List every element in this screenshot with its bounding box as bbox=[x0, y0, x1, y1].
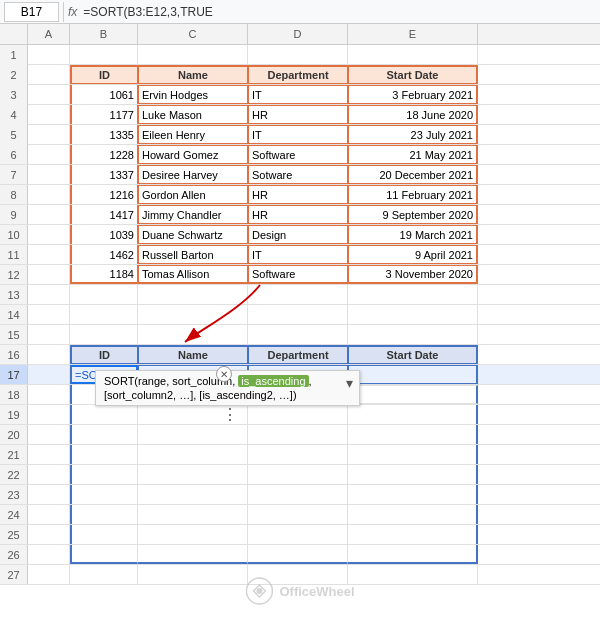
cell-e22[interactable] bbox=[348, 465, 478, 484]
cell-c10[interactable]: Duane Schwartz bbox=[138, 225, 248, 244]
close-button[interactable]: ✕ bbox=[216, 366, 232, 382]
cell-a1[interactable] bbox=[28, 45, 70, 64]
cell-c14[interactable] bbox=[138, 305, 248, 324]
cell-e16[interactable]: Start Date bbox=[348, 345, 478, 364]
cell-c9[interactable]: Jimmy Chandler bbox=[138, 205, 248, 224]
cell-b19[interactable] bbox=[70, 405, 138, 424]
cell-e3[interactable]: 3 February 2021 bbox=[348, 85, 478, 104]
cell-b16[interactable]: ID bbox=[70, 345, 138, 364]
cell-a23[interactable] bbox=[28, 485, 70, 504]
cell-d1[interactable] bbox=[248, 45, 348, 64]
cell-e27[interactable] bbox=[348, 565, 478, 584]
cell-d14[interactable] bbox=[248, 305, 348, 324]
cell-a27[interactable] bbox=[28, 565, 70, 584]
cell-a17[interactable] bbox=[28, 365, 70, 384]
tooltip-dropdown-icon[interactable]: ▾ bbox=[346, 375, 353, 391]
cell-e15[interactable] bbox=[348, 325, 478, 344]
cell-d8[interactable]: HR bbox=[248, 185, 348, 204]
cell-c27[interactable] bbox=[138, 565, 248, 584]
cell-c7[interactable]: Desiree Harvey bbox=[138, 165, 248, 184]
cell-e9[interactable]: 9 September 2020 bbox=[348, 205, 478, 224]
cell-e7[interactable]: 20 December 2021 bbox=[348, 165, 478, 184]
context-menu-dots[interactable]: ⋮ bbox=[222, 405, 238, 424]
cell-e17[interactable] bbox=[348, 365, 478, 384]
cell-a18[interactable] bbox=[28, 385, 70, 404]
cell-d26[interactable] bbox=[248, 545, 348, 564]
cell-b20[interactable] bbox=[70, 425, 138, 444]
cell-b15[interactable] bbox=[70, 325, 138, 344]
cell-c15[interactable] bbox=[138, 325, 248, 344]
cell-d25[interactable] bbox=[248, 525, 348, 544]
cell-b5[interactable]: 1335 bbox=[70, 125, 138, 144]
cell-c6[interactable]: Howard Gomez bbox=[138, 145, 248, 164]
cell-e24[interactable] bbox=[348, 505, 478, 524]
cell-b1[interactable] bbox=[70, 45, 138, 64]
cell-a7[interactable] bbox=[28, 165, 70, 184]
cell-c11[interactable]: Russell Barton bbox=[138, 245, 248, 264]
cell-c24[interactable] bbox=[138, 505, 248, 524]
cell-a22[interactable] bbox=[28, 465, 70, 484]
cell-e26[interactable] bbox=[348, 545, 478, 564]
cell-c2[interactable]: Name bbox=[138, 65, 248, 84]
cell-e20[interactable] bbox=[348, 425, 478, 444]
cell-b3[interactable]: 1061 bbox=[70, 85, 138, 104]
cell-d6[interactable]: Software bbox=[248, 145, 348, 164]
cell-e1[interactable] bbox=[348, 45, 478, 64]
cell-a8[interactable] bbox=[28, 185, 70, 204]
cell-b24[interactable] bbox=[70, 505, 138, 524]
cell-d21[interactable] bbox=[248, 445, 348, 464]
cell-d2[interactable]: Department bbox=[248, 65, 348, 84]
cell-b11[interactable]: 1462 bbox=[70, 245, 138, 264]
cell-a25[interactable] bbox=[28, 525, 70, 544]
cell-e11[interactable]: 9 April 2021 bbox=[348, 245, 478, 264]
cell-b13[interactable] bbox=[70, 285, 138, 304]
cell-b26[interactable] bbox=[70, 545, 138, 564]
cell-a13[interactable] bbox=[28, 285, 70, 304]
cell-a9[interactable] bbox=[28, 205, 70, 224]
cell-c25[interactable] bbox=[138, 525, 248, 544]
cell-a12[interactable] bbox=[28, 265, 70, 284]
cell-a5[interactable] bbox=[28, 125, 70, 144]
cell-d19[interactable] bbox=[248, 405, 348, 424]
cell-d23[interactable] bbox=[248, 485, 348, 504]
cell-c3[interactable]: Ervin Hodges bbox=[138, 85, 248, 104]
cell-d20[interactable] bbox=[248, 425, 348, 444]
cell-c4[interactable]: Luke Mason bbox=[138, 105, 248, 124]
cell-a3[interactable] bbox=[28, 85, 70, 104]
cell-b2[interactable]: ID bbox=[70, 65, 138, 84]
cell-b8[interactable]: 1216 bbox=[70, 185, 138, 204]
cell-d15[interactable] bbox=[248, 325, 348, 344]
cell-a20[interactable] bbox=[28, 425, 70, 444]
cell-d9[interactable]: HR bbox=[248, 205, 348, 224]
cell-a2[interactable] bbox=[28, 65, 70, 84]
cell-d10[interactable]: Design bbox=[248, 225, 348, 244]
col-header-c[interactable]: C bbox=[138, 24, 248, 44]
cell-c12[interactable]: Tomas Allison bbox=[138, 265, 248, 284]
cell-b6[interactable]: 1228 bbox=[70, 145, 138, 164]
cell-c21[interactable] bbox=[138, 445, 248, 464]
col-header-a[interactable]: A bbox=[28, 24, 70, 44]
cell-d24[interactable] bbox=[248, 505, 348, 524]
cell-c5[interactable]: Eileen Henry bbox=[138, 125, 248, 144]
cell-d4[interactable]: HR bbox=[248, 105, 348, 124]
cell-d13[interactable] bbox=[248, 285, 348, 304]
cell-d12[interactable]: Software bbox=[248, 265, 348, 284]
cell-c26[interactable] bbox=[138, 545, 248, 564]
cell-e6[interactable]: 21 May 2021 bbox=[348, 145, 478, 164]
cell-b12[interactable]: 1184 bbox=[70, 265, 138, 284]
cell-a14[interactable] bbox=[28, 305, 70, 324]
cell-c13[interactable] bbox=[138, 285, 248, 304]
col-header-e[interactable]: E bbox=[348, 24, 478, 44]
cell-b27[interactable] bbox=[70, 565, 138, 584]
cell-d3[interactable]: IT bbox=[248, 85, 348, 104]
cell-e19[interactable] bbox=[348, 405, 478, 424]
cell-d7[interactable]: Sotware bbox=[248, 165, 348, 184]
cell-c8[interactable]: Gordon Allen bbox=[138, 185, 248, 204]
cell-b25[interactable] bbox=[70, 525, 138, 544]
cell-b14[interactable] bbox=[70, 305, 138, 324]
cell-c1[interactable] bbox=[138, 45, 248, 64]
cell-e18[interactable] bbox=[348, 385, 478, 404]
cell-d16[interactable]: Department bbox=[248, 345, 348, 364]
cell-c16[interactable]: Name bbox=[138, 345, 248, 364]
cell-e25[interactable] bbox=[348, 525, 478, 544]
